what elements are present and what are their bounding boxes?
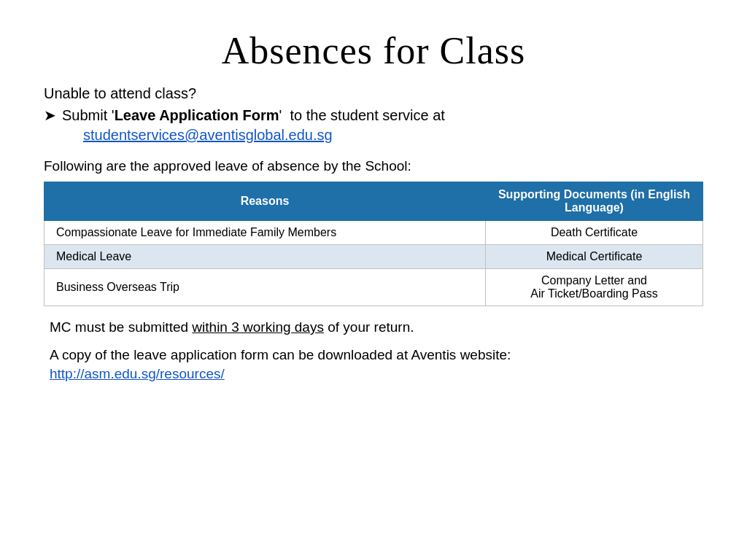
docs-cell: Death Certificate (486, 221, 703, 245)
docs-cell: Medical Certificate (486, 245, 703, 269)
reason-cell: Compassionate Leave for Immediate Family… (44, 221, 486, 245)
bullet-arrow: ➤ (44, 106, 56, 124)
reason-cell: Business Overseas Trip (44, 269, 486, 306)
unable-text: Unable to attend class? (44, 85, 703, 102)
header-reasons: Reasons (44, 182, 486, 221)
table-row: Business Overseas Trip Company Letter an… (44, 269, 703, 306)
mc-suffix: of your return. (324, 319, 414, 335)
table-row: Medical Leave Medical Certificate (44, 245, 703, 269)
header-docs: Supporting Documents (in English Languag… (486, 182, 703, 221)
submit-prefix: Submit 'Leave Application Form' to the s… (62, 107, 445, 124)
mc-underline: within 3 working days (192, 319, 324, 335)
docs-cell: Company Letter andAir Ticket/Boarding Pa… (486, 269, 703, 306)
mc-text: MC must be submitted within 3 working da… (50, 319, 703, 335)
leave-table: Reasons Supporting Documents (in English… (44, 182, 703, 306)
reason-cell: Medical Leave (44, 245, 486, 269)
mc-prefix: MC must be submitted (50, 319, 192, 335)
copy-text: A copy of the leave application form can… (50, 347, 703, 363)
submit-line: ➤ Submit 'Leave Application Form' to the… (44, 106, 703, 124)
page-title: Absences for Class (44, 29, 703, 72)
website-link[interactable]: http://asm.edu.sg/resources/ (50, 366, 703, 382)
table-row: Compassionate Leave for Immediate Family… (44, 221, 703, 245)
page-container: Absences for Class Unable to attend clas… (0, 0, 747, 560)
leave-form-label: Leave Application Form (115, 107, 279, 123)
table-header-row: Reasons Supporting Documents (in English… (44, 182, 703, 221)
email-link[interactable]: studentservices@aventisglobal.edu.sg (83, 127, 703, 144)
following-text: Following are the approved leave of abse… (44, 158, 703, 174)
